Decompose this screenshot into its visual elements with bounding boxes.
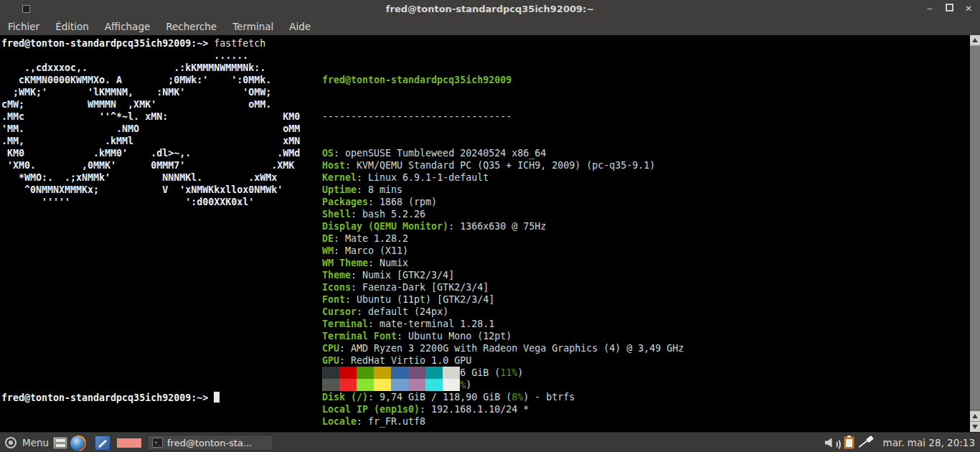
- menu-item-terminal[interactable]: Terminal: [225, 18, 281, 35]
- entry-colon: :: [339, 355, 351, 366]
- fastfetch-entry-theme: Theme: Numix [GTK2/3/4]: [322, 269, 684, 281]
- menu-item-fichier[interactable]: Fichier: [0, 18, 47, 35]
- entry-value: Ubuntu Mono (12pt): [408, 331, 512, 342]
- fastfetch-entry-de: DE: Mate 1.28.2: [322, 232, 684, 245]
- entry-label: GPU: [322, 355, 339, 366]
- entry-colon: :: [448, 221, 460, 232]
- fastfetch-entry-uptime: Uptime: 8 mins: [322, 184, 684, 196]
- window-titlebar[interactable]: fred@tonton-standardpcq35ich92009:~ ─ ✕: [0, 0, 980, 18]
- entry-label: Kernel: [322, 172, 357, 183]
- entry-colon: :: [357, 306, 368, 317]
- fastfetch-entry-cpu: CPU: AMD Ryzen 3 2200G with Radeon Vega …: [322, 342, 684, 354]
- scrollbar[interactable]: [970, 35, 980, 432]
- entry-colon: :: [368, 258, 380, 268]
- fastfetch-entry-terminal-font: Terminal Font: Ubuntu Mono (12pt): [322, 330, 684, 342]
- arrow-up-icon: [972, 414, 978, 418]
- entry-colon: :: [339, 343, 351, 354]
- window-controls: ─ ✕: [924, 0, 974, 18]
- prompt-line-1: fred@tonton-standardpcq35ich92009:~>fast…: [1, 37, 265, 50]
- shell-prompt: fred@tonton-standardpcq35ich92009:~>: [1, 38, 208, 49]
- entry-value: RedHat Virtio 1.0 GPU: [351, 355, 471, 366]
- entry-value: Numix [GTK2/3/4]: [362, 270, 454, 281]
- entry-percent: 8%: [512, 392, 523, 402]
- scrollbar-down-button[interactable]: [970, 422, 980, 432]
- entry-colon: :: [351, 270, 362, 281]
- volume-icon[interactable]: [825, 438, 839, 448]
- entry-value: Numix: [380, 258, 408, 268]
- maximize-button[interactable]: [943, 4, 955, 15]
- entry-value: Faenza-Dark [GTK2/3/4]: [362, 282, 489, 293]
- palette-row-bright: [322, 379, 460, 391]
- clipboard-icon[interactable]: [844, 436, 854, 449]
- window-title: fred@tonton-standardpcq35ich92009:~: [0, 0, 980, 18]
- entry-value: Linux 6.9.1-1-default: [368, 172, 489, 183]
- scrollbar-up-button-bottom[interactable]: [970, 411, 980, 421]
- palette-swatch: [322, 367, 339, 379]
- taskbar-clock[interactable]: mar. mai 28, 20:13: [883, 437, 975, 448]
- palette-swatch: [408, 367, 425, 379]
- fastfetch-entry-wm-theme: WM Theme: Numix: [322, 257, 684, 269]
- palette-row-normal: [322, 367, 460, 379]
- network-icon[interactable]: [859, 436, 875, 449]
- arrow-up-icon: [972, 38, 978, 42]
- palette-swatch: [443, 367, 460, 379]
- entry-colon: :: [334, 245, 345, 256]
- entry-colon: :: [334, 233, 345, 244]
- entry-label: Theme: [322, 270, 351, 281]
- salmon-swatch-applet[interactable]: [117, 438, 141, 448]
- palette-swatch: [322, 379, 339, 391]
- fastfetch-entry-font: Font: Ubuntu (11pt) [GTK2/3/4]: [322, 293, 684, 306]
- menu-button-label: Menu: [22, 437, 49, 448]
- firefox-launcher-icon[interactable]: [70, 435, 86, 451]
- typed-command: fastfetch: [208, 38, 265, 49]
- entry-colon: :: [345, 160, 357, 171]
- palette-swatch: [357, 379, 374, 391]
- entry-label: WM Theme: [322, 258, 368, 268]
- menu-item-affichage[interactable]: Affichage: [97, 18, 158, 35]
- entry-label: Icons: [322, 282, 351, 293]
- fastfetch-entry-icons: Icons: Faenza-Dark [GTK2/3/4]: [322, 281, 684, 293]
- entry-value: 980x452 @ 75Hz: [460, 221, 546, 232]
- terminal-icon: >_: [152, 438, 163, 448]
- entry-value: mate-terminal 1.28.1: [380, 319, 494, 329]
- entry-value: 1868 (rpm): [380, 197, 437, 207]
- entry-colon: :: [351, 209, 362, 220]
- scrollbar-up-button[interactable]: [970, 35, 980, 45]
- file-manager-launcher-icon[interactable]: [53, 437, 67, 449]
- minimize-button[interactable]: ─: [924, 4, 936, 15]
- entry-label: WM: [322, 245, 334, 256]
- text-editor-launcher-icon[interactable]: [95, 435, 110, 451]
- menu-item-recherche[interactable]: Recherche: [158, 18, 225, 35]
- palette-swatch: [391, 379, 408, 391]
- entry-label: DE: [322, 233, 334, 244]
- entry-colon: :: [368, 319, 380, 329]
- entry-colon: :: [334, 148, 345, 159]
- fastfetch-entry-wm: WM: Marco (X11): [322, 245, 684, 257]
- ascii-art: ...... .,cdxxxoc,. .:kKMMMNWMMMNk:. cKMM…: [1, 50, 300, 208]
- entry-label: Terminal Font: [322, 331, 397, 342]
- entry-value: openSUSE Tumbleweed 20240524 x86_64: [345, 148, 546, 159]
- entry-value: Ubuntu (11pt) [GTK2/3/4]: [357, 294, 494, 305]
- taskbar-panel: Menu >_ fred@tonton-sta... mar. mai 28, …: [0, 432, 980, 452]
- entry-colon: :: [351, 282, 362, 293]
- entry-colon: :: [397, 331, 408, 342]
- entry-value: bash 5.2.26: [362, 209, 425, 220]
- mate-menu-button[interactable]: Menu: [0, 433, 55, 452]
- close-button[interactable]: ✕: [963, 4, 974, 15]
- entry-label: Font: [322, 294, 345, 305]
- window-list-label: fred@tonton-sta...: [167, 438, 252, 448]
- entry-value: 192.168.1.10/24 *: [431, 404, 529, 415]
- entry-value: Marco (X11): [345, 245, 408, 256]
- menu-item-e-dition[interactable]: Édition: [47, 18, 97, 35]
- fastfetch-entry-shell: Shell: bash 5.2.26: [322, 208, 684, 220]
- entry-value: AMD Ryzen 3 2200G with Radeon Vega Graph…: [351, 343, 684, 354]
- entry-value-suffix: ): [517, 367, 523, 378]
- fastfetch-entry-local-ip-enp1s0: Local IP (enp1s0): 192.168.1.10/24 *: [322, 403, 684, 415]
- scrollbar-thumb[interactable]: [970, 45, 980, 410]
- window-list-button-terminal[interactable]: >_ fred@tonton-sta...: [147, 435, 273, 451]
- menu-item-aide[interactable]: Aide: [281, 18, 319, 35]
- menu-bar: FichierÉditionAffichageRechercheTerminal…: [0, 18, 980, 35]
- palette-swatch: [443, 379, 460, 391]
- entry-label: Local IP (enp1s0): [322, 404, 420, 415]
- system-tray: mar. mai 28, 20:13: [825, 433, 977, 452]
